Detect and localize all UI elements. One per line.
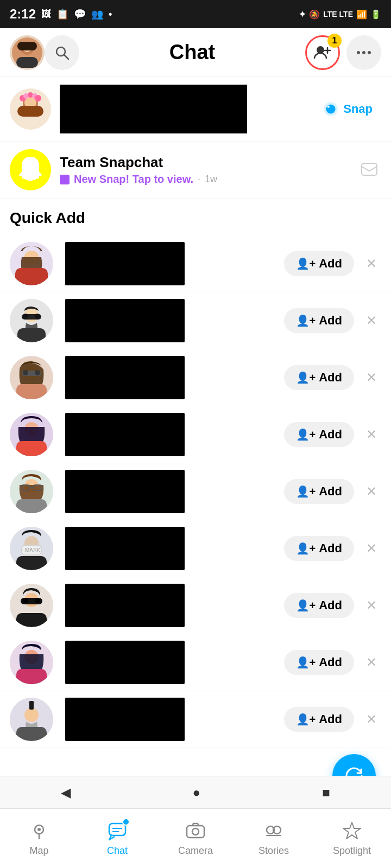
svg-point-33 bbox=[23, 314, 28, 319]
battery-icon: 🔋 bbox=[370, 9, 381, 20]
svg-point-12 bbox=[368, 51, 371, 54]
qa-avatar-1 bbox=[10, 242, 53, 285]
nav-item-chat[interactable]: Chat bbox=[78, 820, 156, 857]
svg-rect-64 bbox=[16, 669, 47, 684]
dismiss-button-7[interactable]: ✕ bbox=[362, 596, 381, 615]
svg-rect-35 bbox=[17, 328, 46, 342]
dismiss-button-3[interactable]: ✕ bbox=[362, 368, 381, 387]
header: Chat 1 bbox=[0, 28, 391, 77]
dismiss-button-8[interactable]: ✕ bbox=[362, 653, 381, 672]
bluetooth-icon: ✦ bbox=[299, 9, 306, 20]
page-title: Chat bbox=[79, 41, 305, 64]
svg-point-20 bbox=[35, 95, 41, 101]
camera-icon bbox=[185, 820, 206, 843]
add-person-icon-4: 👤+ bbox=[296, 428, 316, 441]
signal-icon: 📶 bbox=[356, 9, 367, 20]
svg-point-10 bbox=[357, 51, 360, 54]
svg-rect-2 bbox=[16, 57, 38, 68]
svg-point-11 bbox=[362, 51, 365, 54]
nav-label-map: Map bbox=[29, 845, 48, 857]
add-button-2[interactable]: 👤+ Add bbox=[284, 308, 354, 333]
add-button-5[interactable]: 👤+ Add bbox=[284, 479, 354, 504]
qa-name-redacted-8 bbox=[65, 641, 185, 684]
chat-name: Team Snapchat bbox=[60, 154, 349, 171]
lte-icon: LTE LTE bbox=[323, 10, 353, 18]
chat-icon bbox=[107, 820, 128, 843]
add-person-icon-6: 👤+ bbox=[296, 542, 316, 555]
chat-list: Snap Team Snapchat New Snap! Tap to view… bbox=[0, 77, 391, 199]
svg-rect-68 bbox=[16, 727, 47, 741]
dismiss-button-6[interactable]: ✕ bbox=[362, 539, 381, 558]
add-button-6[interactable]: 👤+ Add bbox=[284, 536, 354, 561]
recent-button[interactable]: ■ bbox=[322, 785, 330, 800]
chat-item-team-snapchat[interactable]: Team Snapchat New Snap! Tap to view. · 1… bbox=[0, 142, 391, 199]
qa-name-redacted-2 bbox=[65, 299, 185, 342]
qa-avatar-9 bbox=[10, 698, 53, 741]
nav-item-stories[interactable]: Stories bbox=[235, 820, 313, 857]
dismiss-button-2[interactable]: ✕ bbox=[362, 311, 381, 330]
qa-avatar-4 bbox=[10, 413, 53, 456]
dismiss-button-1[interactable]: ✕ bbox=[362, 254, 381, 273]
dismiss-button-9[interactable]: ✕ bbox=[362, 710, 381, 729]
svg-rect-44 bbox=[16, 441, 47, 456]
add-button-9[interactable]: 👤+ Add bbox=[284, 707, 354, 732]
snap-button[interactable]: Snap bbox=[314, 97, 381, 122]
svg-point-23 bbox=[326, 104, 336, 113]
quick-add-item: 👤+ Add ✕ bbox=[0, 235, 391, 292]
add-button-4[interactable]: 👤+ Add bbox=[284, 422, 354, 447]
svg-point-75 bbox=[192, 828, 199, 835]
dismiss-button-5[interactable]: ✕ bbox=[362, 482, 381, 501]
dot-icon: • bbox=[109, 9, 112, 20]
nav-item-camera[interactable]: Camera bbox=[156, 820, 235, 857]
add-person-icon: 👤+ bbox=[296, 257, 316, 270]
svg-rect-21 bbox=[17, 106, 43, 117]
dismiss-button-4[interactable]: ✕ bbox=[362, 425, 381, 444]
add-person-icon-2: 👤+ bbox=[296, 314, 316, 327]
add-button-1[interactable]: 👤+ Add bbox=[284, 251, 354, 276]
svg-rect-4 bbox=[17, 42, 37, 50]
add-person-icon-9: 👤+ bbox=[296, 713, 316, 726]
chat-avatar-1 bbox=[10, 88, 51, 130]
chat-avatar-team-snapchat bbox=[10, 149, 51, 190]
nav-label-stories: Stories bbox=[258, 845, 289, 857]
svg-rect-67 bbox=[29, 701, 34, 710]
quick-add-list: 👤+ Add ✕ 👤+ Add ✕ bbox=[0, 235, 391, 748]
stories-icon bbox=[263, 820, 284, 843]
add-button-8[interactable]: 👤+ Add bbox=[284, 650, 354, 675]
back-button[interactable]: ◀ bbox=[61, 785, 71, 800]
more-options-button[interactable] bbox=[346, 35, 381, 70]
svg-text:MASK: MASK bbox=[25, 547, 41, 553]
svg-rect-50 bbox=[16, 499, 47, 513]
android-nav-bar: ◀ ● ■ bbox=[0, 776, 391, 808]
add-button-7[interactable]: 👤+ Add bbox=[284, 593, 354, 618]
snap-badge-icon bbox=[60, 175, 70, 184]
add-friend-button[interactable]: 1 bbox=[305, 35, 340, 70]
chat-time: 1w bbox=[205, 174, 217, 185]
nav-item-spotlight[interactable]: Spotlight bbox=[313, 820, 391, 857]
profile-avatar[interactable] bbox=[10, 35, 45, 70]
mute-icon: 🔕 bbox=[309, 9, 320, 20]
search-button[interactable] bbox=[45, 35, 79, 70]
chat-item[interactable]: Snap bbox=[0, 77, 391, 142]
add-button-3[interactable]: 👤+ Add bbox=[284, 365, 354, 390]
svg-point-34 bbox=[35, 314, 40, 319]
svg-marker-80 bbox=[343, 822, 361, 839]
header-actions: 1 bbox=[305, 35, 381, 70]
chat-meta: New Snap! Tap to view. · 1w bbox=[60, 173, 349, 186]
nav-item-map[interactable]: Map bbox=[0, 820, 78, 857]
svg-rect-61 bbox=[16, 613, 47, 627]
add-person-icon-7: 👤+ bbox=[296, 599, 316, 612]
quick-add-item: 👤+ Add ✕ bbox=[0, 691, 391, 748]
separator: · bbox=[198, 174, 200, 185]
svg-point-39 bbox=[23, 370, 28, 375]
svg-point-66 bbox=[24, 708, 39, 722]
chat-content-team-snapchat: Team Snapchat New Snap! Tap to view. · 1… bbox=[60, 154, 349, 186]
teams-icon: 👥 bbox=[91, 8, 103, 20]
home-button[interactable]: ● bbox=[192, 785, 200, 800]
svg-line-6 bbox=[64, 55, 68, 59]
qa-avatar-7 bbox=[10, 584, 53, 627]
quick-add-section: Quick Add bbox=[0, 199, 391, 235]
spotlight-icon bbox=[342, 820, 362, 843]
nav-label-camera: Camera bbox=[178, 845, 213, 857]
chat-action-icon bbox=[357, 158, 381, 182]
